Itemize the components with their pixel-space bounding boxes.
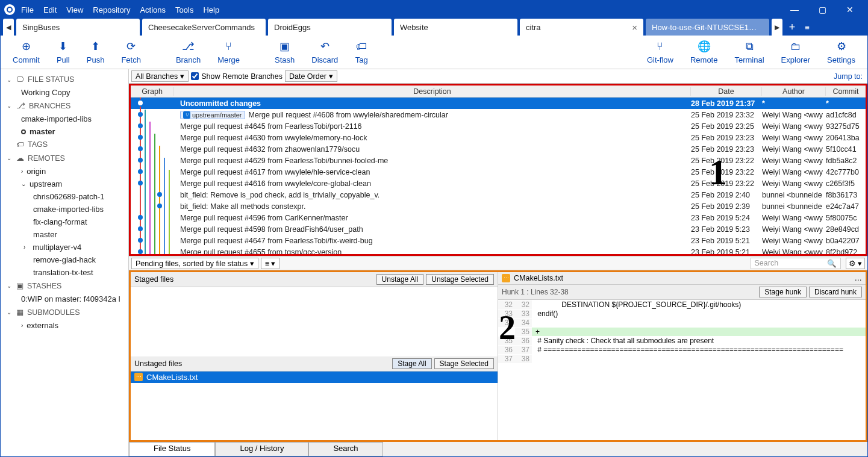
remote-button[interactable]: 🌐Remote [682,40,726,64]
date-order-select[interactable]: Date Order ▾ [285,70,337,82]
sidebar-submodule-item[interactable]: › externals [1,319,128,332]
discard-button[interactable]: ↶Discard [303,40,346,64]
tab-howto[interactable]: How-to-use-Git-NTUSCSE1… [646,19,769,36]
sidebar-branch-master[interactable]: master [1,125,128,138]
sidebar-remote-branch[interactable]: remove-glad-hack [1,253,128,266]
new-tab-icon[interactable]: + [785,19,799,36]
diff-line[interactable]: 3232 DESTINATION ${PROJECT_SOURCE_DIR}/.… [498,300,866,309]
commit-row[interactable]: Merge pull request #4645 from FearlessTo… [131,120,866,132]
window-maximize-icon[interactable]: ▢ [808,1,836,19]
stage-hunk-button[interactable]: Stage hunk [759,287,807,297]
diff-line[interactable]: 3637 # =================================… [498,345,866,354]
sidebar-remote-branch[interactable]: cmake-imported-libs [1,203,128,216]
diff-line[interactable]: 3434 [498,318,866,327]
tab-droideggs[interactable]: DroidEggs [268,19,392,36]
commit-row[interactable]: Merge pull request #4647 from FearlessTo… [131,235,866,246]
menu-help[interactable]: Help [203,5,219,14]
stash-button[interactable]: ▣Stash [266,40,303,64]
sidebar-stashes-header[interactable]: ⌄ ▣ STASHES [1,279,128,293]
commit-row[interactable]: Merge pull request #4630 from wwylele/me… [131,132,866,143]
jump-to-link[interactable]: Jump to: [834,72,865,81]
sidebar-branches-header[interactable]: ⌄ ⎇ BRANCHES [1,99,128,113]
pending-view-select[interactable]: ≡ ▾ [261,258,280,269]
branch-filter-select[interactable]: All Branches ▾ [131,70,189,82]
header-date[interactable]: Date [691,87,762,96]
sidebar-stash-item[interactable]: 0:WIP on master: f409342a l [1,293,128,305]
explorer-button[interactable]: 🗀Explorer [773,40,819,64]
commit-row[interactable]: bit_field: Remove is_pod check, add is_t… [131,189,866,201]
tab-citra[interactable]: citra× [520,19,643,36]
diff-line[interactable]: 3536 # Sanity check : Check that all sub… [498,336,866,345]
tab-close-icon[interactable]: × [632,22,637,33]
sidebar-remote-upstream[interactable]: ⌄ upstream [1,178,128,190]
tag-button[interactable]: 🏷Tag [346,40,376,64]
tab-cheesecake[interactable]: CheesecakeServerCommands [142,19,266,36]
bottom-tab-filestatus[interactable]: File Status [129,442,215,456]
push-button[interactable]: ⬆Push [78,40,113,64]
commit-row[interactable]: bit_field: Make all methods constexpr.25… [131,201,866,212]
window-minimize-icon[interactable]: — [781,1,808,19]
sidebar-remote-branch[interactable]: fix-clang-format [1,216,128,228]
header-description[interactable]: Description [174,87,691,96]
menu-tools[interactable]: Tools [175,5,193,14]
remote-check-input[interactable] [191,72,199,80]
sidebar-remote-branch[interactable]: ›multiplayer-v4 [1,241,128,253]
merge-button[interactable]: ⑂Merge [209,40,248,64]
tab-scroll-right-icon[interactable]: ▶ [772,19,782,36]
header-author[interactable]: Author [762,87,826,96]
unstaged-file-list[interactable]: ⋯ CMakeLists.txt [131,372,498,441]
sidebar-working-copy[interactable]: Working Copy [1,86,128,99]
diff-body[interactable]: 3232 DESTINATION ${PROJECT_SOURCE_DIR}/.… [498,300,866,440]
unstage-all-button[interactable]: Unstage All [376,274,424,285]
bottom-tab-loghistory[interactable]: Log / History [215,442,308,456]
settings-button[interactable]: ⚙Settings [819,40,864,64]
show-remote-checkbox[interactable]: Show Remote Branches [191,72,283,81]
tab-scroll-left-icon[interactable]: ◀ [3,19,14,36]
sidebar-remotes-header[interactable]: ⌄ ☁ REMOTES [1,151,128,165]
unstaged-file-row[interactable]: ⋯ CMakeLists.txt [131,372,498,383]
pull-button[interactable]: ⬇Pull [48,40,78,64]
commit-row[interactable]: Merge pull request #4616 from wwylele/co… [131,178,866,189]
diff-line[interactable]: 35+ [498,327,866,336]
pending-search-input[interactable]: Search🔍 [751,258,841,269]
stage-selected-button[interactable]: Stage Selected [434,358,494,369]
tab-singbuses[interactable]: SingBuses [16,19,140,36]
bottom-tab-search[interactable]: Search [308,442,382,456]
sidebar-remote-origin[interactable]: › origin [1,165,128,178]
window-close-icon[interactable]: ✕ [836,1,864,19]
unstage-selected-button[interactable]: Unstage Selected [426,274,494,285]
sidebar-remote-branch[interactable]: chris062689-patch-1 [1,190,128,203]
menu-view[interactable]: View [66,5,83,14]
fetch-button[interactable]: ⟳Fetch [113,40,149,64]
header-commit[interactable]: Commit [826,87,866,96]
discard-hunk-button[interactable]: Discard hunk [809,287,862,297]
commit-row[interactable]: Merge pull request #4655 from tgsm/gcc-v… [131,246,866,254]
terminal-button[interactable]: ⧉Terminal [726,40,772,64]
header-graph[interactable]: Graph [131,87,174,96]
sidebar-filestatus-header[interactable]: ⌄ 🖵 FILE STATUS [1,73,128,86]
staged-file-list[interactable]: 2 [131,287,498,356]
menu-file[interactable]: File [21,5,34,14]
tab-menu-icon[interactable]: ≡ [802,19,813,36]
commit-row[interactable]: Merge pull request #4617 from wwylele/hl… [131,166,866,178]
sidebar-branch-cmake[interactable]: cmake-imported-libs [1,113,128,125]
menu-repository[interactable]: Repository [93,5,130,14]
sidebar-remote-branch[interactable]: master [1,228,128,241]
stage-all-button[interactable]: Stage All [392,358,431,369]
commit-row[interactable]: Merge pull request #4629 from FearlessTo… [131,155,866,166]
branch-button[interactable]: ⎇Branch [167,40,209,64]
branch-tag[interactable]: ⑂upstream/master [180,111,245,119]
menu-actions[interactable]: Actions [140,5,166,14]
commit-button[interactable]: ⊕Commit [4,40,48,64]
diff-more-icon[interactable]: … [855,274,863,282]
diff-line[interactable]: 3333 endif() [498,309,866,318]
commit-row[interactable]: Uncommitted changes28 Feb 2019 21:37** [131,98,866,109]
commit-list-body[interactable]: Uncommitted changes28 Feb 2019 21:37**⑂u… [131,98,866,254]
menu-edit[interactable]: Edit [43,5,57,14]
tab-website[interactable]: Website [394,19,517,36]
pending-sort-select[interactable]: Pending files, sorted by file status ▾ [131,258,258,269]
sidebar-remote-branch[interactable]: translation-tx-test [1,266,128,279]
commit-row[interactable]: Merge pull request #4632 from zhaowenlan… [131,143,866,155]
commit-row[interactable]: ⑂upstream/masterMerge pull request #4608… [131,109,866,120]
sidebar-tags-header[interactable]: › 🏷 TAGS [1,138,128,151]
